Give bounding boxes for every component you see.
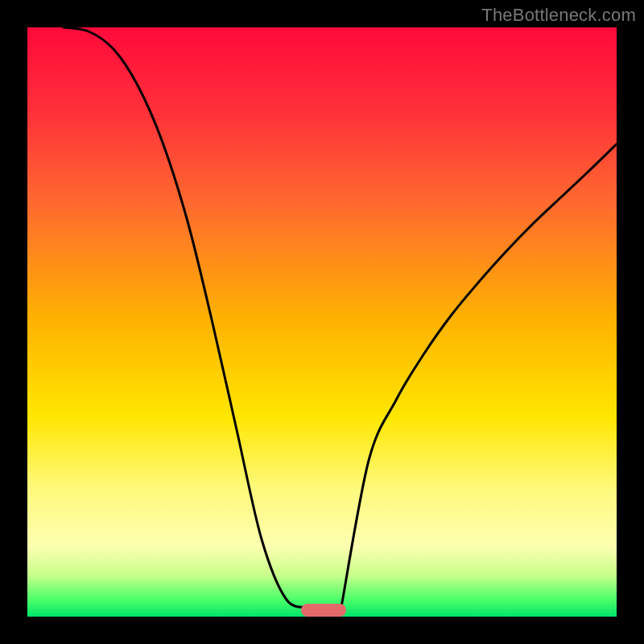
plot-area: [27, 27, 617, 617]
bottleneck-marker: [301, 604, 346, 617]
right-curve: [341, 144, 617, 607]
curves-layer: [27, 27, 617, 617]
chart-frame: TheBottleneck.com: [0, 0, 644, 644]
left-curve: [64, 27, 311, 607]
watermark-text: TheBottleneck.com: [481, 5, 636, 26]
